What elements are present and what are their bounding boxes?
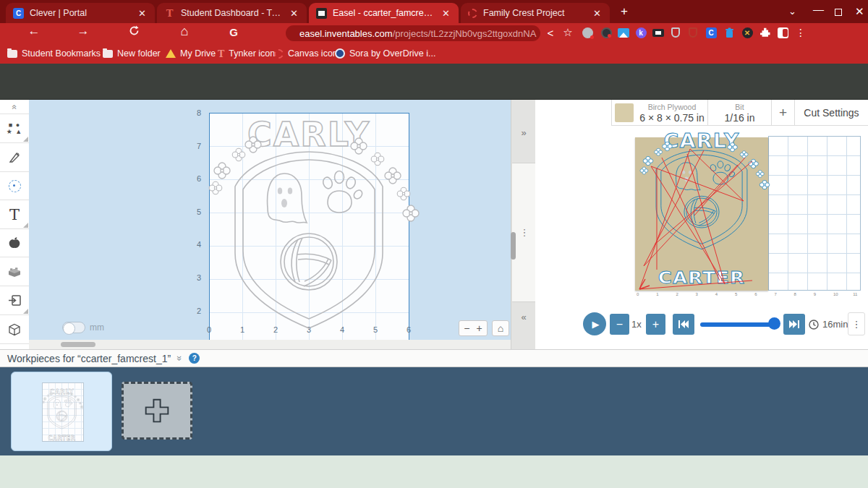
zoom-controls: −+ [459,320,488,336]
bookmark-sora[interactable]: Sora by OverDrive i... [335,48,435,59]
extension-clever-icon[interactable]: C [705,26,718,39]
speed-label: 1x [631,319,642,330]
text-tool[interactable]: T [0,200,29,229]
extension-shield-gray-icon[interactable] [669,26,682,39]
icons-library-tool[interactable] [0,229,29,257]
import-tool[interactable] [0,286,29,315]
simulation-slider-knob[interactable] [768,317,780,330]
tab-title: Student Dashboard - Tynker [181,8,283,18]
shapes-tool[interactable]: ■ ●★ ▲ [0,114,29,143]
toolpath-preview[interactable] [535,100,868,349]
extension-screenshot-icon[interactable] [617,26,630,39]
profile-avatar-icon[interactable] [776,26,789,39]
skip-to-end-button[interactable] [783,314,805,335]
browser-menu-kebab-icon[interactable]: ⋮ [794,26,807,39]
share-icon[interactable]: < [544,26,557,39]
ruler-number: 8 [794,292,796,296]
tab-clever[interactable]: C Clever | Portal ✕ [6,3,155,23]
design-toolbar: « ■ ●★ ▲ T [0,100,29,349]
url-path: /projects/tL2zzjNb0vgs2ttgoxdnNA [393,28,537,39]
design-crest[interactable]: CARLY [29,100,511,349]
ruler-number: 9 [814,292,816,296]
ruler-number: 10 [833,292,838,296]
extension-securly-icon[interactable] [581,26,594,39]
tab-close-icon[interactable]: ✕ [137,8,148,19]
drill-origin-tool[interactable] [0,172,29,200]
workpiece-mini-canvas [42,382,84,442]
3d-cube-tool[interactable] [0,315,29,344]
tab-close-icon[interactable]: ✕ [441,8,451,19]
design-canvas[interactable]: 8765432 0123456 CARLY [29,100,511,349]
canvas-icon [274,49,284,59]
forward-icon[interactable]: → [75,24,92,38]
collapse-toolbar-icon[interactable]: « [0,100,29,114]
chromeos-shelf: Sign out Oct 27 8:27 ▲ 4 [0,455,868,488]
tab-close-icon[interactable]: ✕ [592,8,603,19]
extension-kami-icon[interactable]: k [634,26,647,39]
zoom-out-icon[interactable]: − [464,322,469,334]
workpieces-label: Workpieces for “ccarter_famcrest_1” [7,353,171,364]
speed-increase-button[interactable]: + [646,314,665,335]
vertical-scrollbar[interactable] [511,232,516,260]
estimated-time: 16min [809,319,848,330]
speed-decrease-button[interactable]: − [610,314,629,335]
extension-xodo-icon[interactable]: ✕ [741,26,754,39]
home-icon[interactable]: ⌂ [176,24,193,39]
collapse-workpieces-icon[interactable]: » [174,356,185,361]
minimize-window-icon[interactable]: — [813,3,824,15]
projects-brick-tool[interactable] [0,257,29,286]
tab-family-crest[interactable]: Family Crest Project ✕ [461,3,610,23]
ruler-number: 3 [696,292,698,296]
bookmark-my-drive[interactable]: My Drive [166,48,216,59]
drag-handle-kebab-icon[interactable]: ⋮ [512,227,537,238]
reload-icon[interactable] [125,25,142,40]
add-workpiece-button[interactable] [122,382,192,440]
tab-easel-active[interactable]: Easel - ccarter_famcrest_1 ✕ [309,3,459,23]
clock-icon [809,320,819,330]
new-tab-button[interactable]: + [621,4,628,19]
extension-target-icon[interactable] [600,26,613,39]
horizontal-scrollbar[interactable] [29,340,511,349]
units-toggle[interactable] [62,322,85,333]
expand-panel-icon[interactable]: » [511,127,536,138]
zoom-in-icon[interactable]: + [477,322,482,334]
tab-title: Family Crest Project [483,8,586,18]
extension-shield-red-icon[interactable] [686,26,699,39]
units-label: mm [90,322,104,333]
help-icon[interactable]: ? [189,353,200,364]
bookmark-tynker[interactable]: TTynker icon [218,48,275,59]
tab-search-chevron-icon[interactable]: ⌄ [788,6,796,17]
tab-close-icon[interactable]: ✕ [289,8,299,19]
bookmark-canvas[interactable]: Canvas icon [274,48,338,59]
pen-tool[interactable] [0,143,29,172]
zoom-home-button[interactable]: ⌂ [492,320,509,336]
bookmark-student-bookmarks[interactable]: Student Bookmarks [7,48,101,59]
ruler-number: 1 [656,292,658,296]
divider-handle[interactable]: ⋮ [512,163,536,302]
bookmarks-bar: Student Bookmarks New folder My Drive TT… [0,43,868,64]
ruler-number: 7 [774,292,776,296]
restore-window-icon[interactable] [835,7,842,18]
plus-icon [140,394,174,427]
google-g-icon[interactable]: G [225,26,242,38]
browser-toolbar: ← → ⌂ G easel.inventables.com/projects/t… [0,23,868,43]
tab-tynker[interactable]: T Student Dashboard - Tynker ✕ [157,3,307,23]
bookmark-star-icon[interactable]: ☆ [561,26,574,39]
bookmark-new-folder[interactable]: New folder [103,48,161,59]
screen: C Clever | Portal ✕ T Student Dashboard … [0,0,868,488]
panel-divider: » ⋮ « [511,100,535,349]
extensions-puzzle-icon[interactable] [759,26,772,39]
close-window-icon[interactable]: ✕ [855,5,864,18]
extension-trash-icon[interactable] [723,26,736,39]
simulation-menu-kebab-icon[interactable]: ⋮ [848,312,865,335]
back-icon[interactable]: ← [25,24,43,38]
collapse-panel-icon[interactable]: « [511,312,536,322]
play-simulation-button[interactable]: ▶ [583,312,606,335]
skip-to-start-button[interactable] [673,314,694,335]
workpiece-thumbnail-selected[interactable] [11,372,112,451]
address-bar[interactable]: easel.inventables.com/projects/tL2zzjNb0… [286,25,540,41]
canvas-favicon [468,9,477,18]
drive-icon [166,49,176,58]
hscroll-thumb[interactable] [61,342,95,347]
extension-monitor-icon[interactable] [652,26,665,39]
